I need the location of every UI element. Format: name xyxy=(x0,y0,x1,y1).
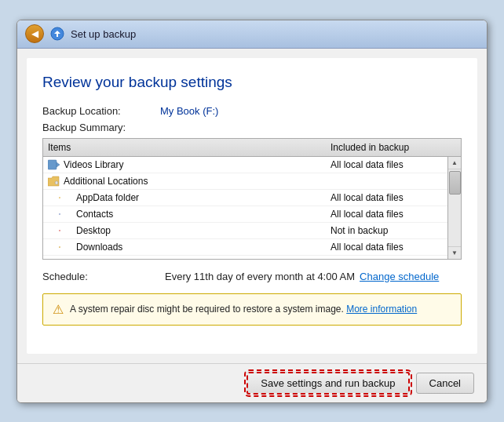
table-row: Desktop Not in backup xyxy=(43,223,461,239)
row-name-desktop: Desktop xyxy=(64,225,331,236)
table-scrollbar[interactable]: ▲ ▼ xyxy=(447,157,461,259)
title-bar: ◀ Set up backup xyxy=(17,20,487,49)
backup-table: Items Included in backup Videos Library … xyxy=(42,138,462,260)
backup-location-label: Backup Location: xyxy=(42,105,160,117)
appdata-icon xyxy=(48,191,60,204)
footer: Save settings and run backup Cancel xyxy=(17,363,487,402)
table-row: Downloads All local data files xyxy=(43,239,461,256)
schedule-row: Schedule: Every 11th day of every month … xyxy=(42,271,462,282)
cancel-button[interactable]: Cancel xyxy=(416,373,474,394)
row-included-downloads: All local data files xyxy=(331,242,456,253)
downloads-icon xyxy=(48,241,60,253)
table-row: Contacts All local data files xyxy=(43,206,461,223)
row-included-desktop: Not in backup xyxy=(331,225,456,236)
warning-text: A system repair disc might be required t… xyxy=(70,302,417,316)
change-schedule-link[interactable]: Change schedule xyxy=(360,271,439,282)
table-row: Videos Library All local data files xyxy=(43,157,461,173)
row-name-appdata: AppData folder xyxy=(64,192,331,203)
warning-icon: ⚠ xyxy=(53,302,64,317)
back-button[interactable]: ◀ xyxy=(25,24,44,43)
row-name-additional: Additional Locations xyxy=(64,176,331,187)
scroll-thumb[interactable] xyxy=(449,171,461,195)
page-title: Review your backup settings xyxy=(42,74,462,91)
table-row: Additional Locations xyxy=(43,173,461,190)
warning-box: ⚠ A system repair disc might be required… xyxy=(42,293,462,326)
svg-marker-2 xyxy=(57,162,60,167)
backup-icon xyxy=(50,27,64,41)
table-row: AppData folder All local data files xyxy=(43,190,461,206)
video-icon xyxy=(48,158,60,171)
warning-message: A system repair disc might be required t… xyxy=(70,304,344,315)
save-button[interactable]: Save settings and run backup xyxy=(247,372,409,395)
schedule-label: Schedule: xyxy=(42,271,160,282)
table-header: Items Included in backup xyxy=(43,139,461,157)
row-name-contacts: Contacts xyxy=(64,209,331,220)
main-window: ◀ Set up backup Review your backup setti… xyxy=(16,20,488,403)
row-name-favorites: Favorites xyxy=(64,258,331,259)
scroll-up-arrow[interactable]: ▲ xyxy=(448,157,461,169)
schedule-text: Every 11th day of every month at 4:00 AM xyxy=(165,271,355,282)
row-included-contacts: All local data files xyxy=(331,209,456,220)
row-included-videos: All local data files xyxy=(331,159,456,170)
folder-network-icon xyxy=(48,175,60,187)
row-name-downloads: Downloads xyxy=(64,242,331,253)
more-information-link[interactable]: More information xyxy=(346,304,417,315)
title-bar-text: Set up backup xyxy=(71,28,136,40)
row-included-favorites: All local data files xyxy=(331,258,456,259)
row-included-appdata: All local data files xyxy=(331,192,456,203)
main-content: Review your backup settings Backup Locat… xyxy=(27,58,477,354)
col-items-header: Items xyxy=(48,142,331,153)
favorites-icon xyxy=(48,257,60,259)
backup-location-row: Backup Location: My Book (F:) xyxy=(42,105,462,117)
row-name-videos: Videos Library xyxy=(64,159,331,170)
table-body: Videos Library All local data files Addi… xyxy=(43,157,461,259)
backup-location-value: My Book (F:) xyxy=(160,105,218,117)
scroll-down-arrow[interactable]: ▼ xyxy=(448,246,461,259)
no-entry-icon xyxy=(48,224,60,237)
backup-summary-label: Backup Summary: xyxy=(42,122,462,133)
svg-point-6 xyxy=(60,213,60,214)
contacts-icon xyxy=(48,208,60,220)
col-included-header: Included in backup xyxy=(331,142,456,153)
table-row: Favorites All local data files xyxy=(43,256,461,259)
svg-rect-1 xyxy=(48,160,57,169)
